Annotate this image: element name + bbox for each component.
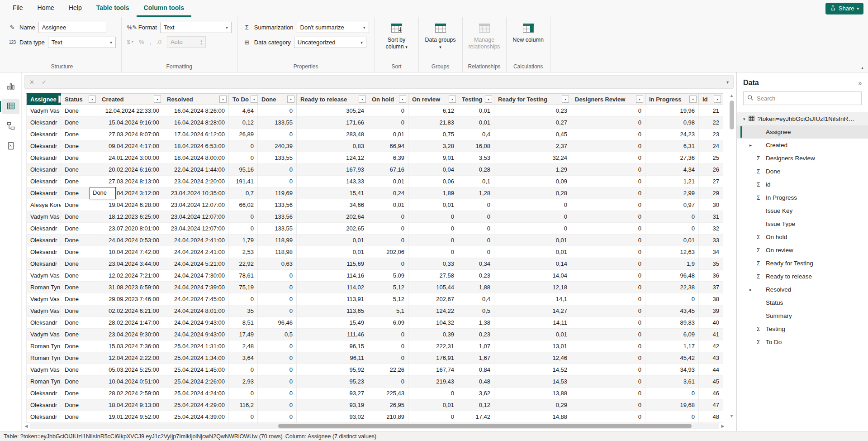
table-cell[interactable]: Vadym Vas: [26, 105, 61, 117]
column-header[interactable]: Created▾: [98, 93, 163, 105]
table-cell[interactable]: 22,38: [645, 282, 699, 293]
table-cell[interactable]: 0: [258, 164, 297, 176]
table-cell[interactable]: 25.04.2024 2:26:00: [163, 376, 229, 388]
table-cell[interactable]: 45: [699, 376, 723, 388]
table-cell[interactable]: Done: [61, 235, 98, 246]
table-cell[interactable]: Oleksandr: [26, 399, 61, 411]
table-cell[interactable]: 133,55: [258, 117, 297, 129]
table-cell[interactable]: 2,93: [229, 376, 258, 388]
table-cell[interactable]: 0,01: [408, 399, 458, 411]
table-cell[interactable]: 0,01: [368, 129, 408, 140]
table-cell[interactable]: 0,28: [458, 164, 494, 176]
table-cell[interactable]: 0: [408, 388, 458, 399]
table-cell[interactable]: 14,52: [494, 364, 571, 376]
table-cell[interactable]: Done: [61, 176, 98, 187]
table-cell[interactable]: 0,01: [494, 246, 571, 258]
table-cell[interactable]: 1,88: [458, 282, 494, 293]
table-cell[interactable]: Oleksandr: [26, 117, 61, 129]
table-cell[interactable]: 167,93: [297, 164, 368, 176]
table-cell[interactable]: Done: [61, 211, 98, 223]
table-cell[interactable]: 20.02.2024 6:16:00: [98, 164, 163, 176]
table-cell[interactable]: 167,74: [408, 364, 458, 376]
table-cell[interactable]: 38: [699, 293, 723, 305]
expand-chevron-icon[interactable]: ▸: [749, 287, 757, 292]
table-cell[interactable]: 24.04.2024 5:21:00: [163, 258, 229, 270]
table-cell[interactable]: 10.04.2024 7:42:00: [98, 246, 163, 258]
sort-by-column-button[interactable]: Sort by column ▾: [380, 19, 413, 51]
table-cell[interactable]: 33: [699, 235, 723, 246]
table-cell[interactable]: 0,12: [458, 399, 494, 411]
table-cell[interactable]: 14,53: [494, 376, 571, 388]
table-cell[interactable]: 24.04.2024 9:43:00: [163, 317, 229, 329]
data-category-select[interactable]: Uncategorized ▾: [294, 37, 366, 48]
table-cell[interactable]: Done: [61, 399, 98, 411]
field-item[interactable]: Σid: [737, 178, 868, 191]
table-cell[interactable]: 0,12: [229, 117, 258, 129]
table-cell[interactable]: 0: [571, 199, 645, 211]
table-cell[interactable]: 6,12: [408, 105, 458, 117]
table-cell[interactable]: 2,48: [229, 340, 258, 352]
table-cell[interactable]: Oleksandr: [26, 164, 61, 176]
table-cell[interactable]: 34,93: [645, 364, 699, 376]
table-cell[interactable]: 0,23: [458, 329, 494, 340]
table-cell[interactable]: 0: [258, 105, 297, 117]
table-cell[interactable]: Roman Tyn: [26, 282, 61, 293]
table-cell[interactable]: 93,19: [297, 399, 368, 411]
table-cell[interactable]: 0: [571, 140, 645, 152]
table-cell[interactable]: Roman Tyn: [26, 340, 61, 352]
vertical-scroll-thumb[interactable]: [730, 101, 734, 129]
table-cell[interactable]: 3,28: [408, 140, 458, 152]
scroll-up-icon[interactable]: ▲: [730, 93, 734, 100]
filter-icon[interactable]: ▾: [485, 96, 492, 103]
table-cell[interactable]: Done: [61, 282, 98, 293]
new-column-button[interactable]: New column: [512, 19, 545, 43]
table-cell[interactable]: 12,46: [494, 352, 571, 364]
table-cell[interactable]: Done: [61, 246, 98, 258]
table-cell[interactable]: 0: [571, 235, 645, 246]
table-cell[interactable]: 0,01: [297, 235, 368, 246]
table-cell[interactable]: 17.04.2024 6:12:00: [163, 129, 229, 140]
table-cell[interactable]: 22,92: [229, 258, 258, 270]
vertical-scrollbar[interactable]: ▲ ▼: [729, 93, 735, 420]
table-cell[interactable]: 113,91: [297, 293, 368, 305]
table-cell[interactable]: 0: [229, 140, 258, 152]
table-cell[interactable]: Done: [61, 376, 98, 388]
table-cell[interactable]: 37: [699, 282, 723, 293]
table-cell[interactable]: 32,24: [494, 152, 571, 164]
table-cell[interactable]: 0,28: [494, 187, 571, 199]
filter-icon[interactable]: ▾: [689, 96, 697, 103]
model-view-button[interactable]: [2, 119, 19, 134]
table-cell[interactable]: Done: [61, 305, 98, 317]
table-cell[interactable]: 0: [494, 199, 571, 211]
table-cell[interactable]: 0,97: [645, 199, 699, 211]
table-cell[interactable]: 118,99: [258, 235, 297, 246]
filter-icon[interactable]: ▾: [636, 96, 643, 103]
table-cell[interactable]: 5,12: [368, 293, 408, 305]
table-cell[interactable]: 4,34: [645, 164, 699, 176]
table-cell[interactable]: 2,99: [645, 187, 699, 199]
table-cell[interactable]: 31: [699, 211, 723, 223]
table-cell[interactable]: 1,79: [229, 235, 258, 246]
table-cell[interactable]: 45,42: [645, 352, 699, 364]
table-cell[interactable]: 0,98: [645, 117, 699, 129]
field-item[interactable]: Issue Type: [737, 217, 868, 230]
table-cell[interactable]: Vadym Vas: [26, 211, 61, 223]
table-cell[interactable]: 116,2: [229, 399, 258, 411]
table-cell[interactable]: 5,1: [368, 305, 408, 317]
table-cell[interactable]: 0: [571, 129, 645, 140]
table-cell[interactable]: 22: [699, 117, 723, 129]
table-cell[interactable]: 14,1: [494, 293, 571, 305]
filter-icon[interactable]: ▾: [399, 96, 406, 103]
cancel-icon[interactable]: ✕: [29, 79, 34, 86]
table-cell[interactable]: 225,43: [368, 388, 408, 399]
table-cell[interactable]: 0,84: [458, 364, 494, 376]
table-cell[interactable]: 0: [258, 411, 297, 423]
table-cell[interactable]: 0: [258, 340, 297, 352]
table-cell[interactable]: 210,89: [368, 411, 408, 423]
field-item[interactable]: ΣOn hold: [737, 230, 868, 244]
table-cell[interactable]: 0: [229, 411, 258, 423]
table-cell[interactable]: 0: [368, 117, 408, 129]
table-cell[interactable]: 0,23: [458, 270, 494, 282]
tab-table-tools[interactable]: Table tools: [89, 0, 137, 17]
table-cell[interactable]: 22.04.2024 1:44:00: [163, 164, 229, 176]
